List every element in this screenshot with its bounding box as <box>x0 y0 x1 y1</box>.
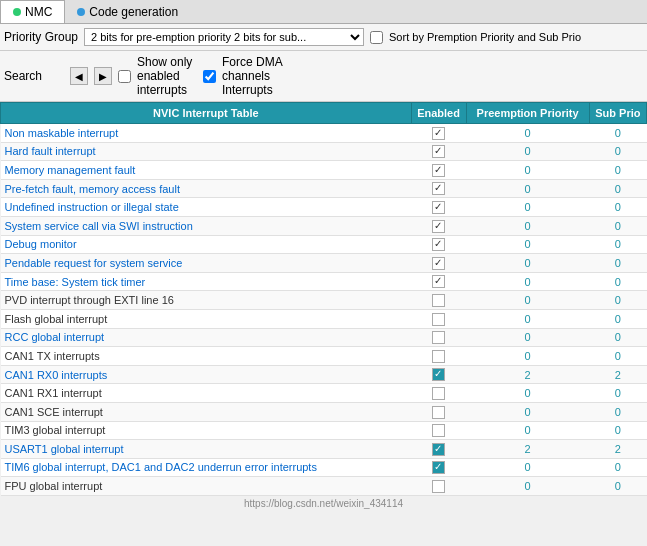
enabled-checkbox[interactable] <box>432 406 445 419</box>
enabled-checkbox[interactable] <box>432 350 445 363</box>
watermark: https://blog.csdn.net/weixin_434114 <box>0 496 647 511</box>
table-row: Non maskable interrupt00 <box>1 124 647 143</box>
table-row: Hard fault interrupt00 <box>1 142 647 161</box>
enabled-cell[interactable] <box>411 440 466 459</box>
enabled-checkbox[interactable] <box>432 145 445 158</box>
sub-priority: 0 <box>589 124 646 143</box>
force-dma-checkbox[interactable] <box>203 70 216 83</box>
table-row: FPU global interrupt00 <box>1 477 647 496</box>
enabled-cell[interactable] <box>411 235 466 254</box>
sub-priority: 0 <box>589 254 646 273</box>
table-row: Flash global interrupt00 <box>1 309 647 328</box>
preemption-priority: 0 <box>466 198 589 217</box>
preemption-priority: 0 <box>466 347 589 366</box>
enabled-cell[interactable] <box>411 309 466 328</box>
enabled-checkbox[interactable] <box>432 127 445 140</box>
enabled-checkbox[interactable] <box>432 480 445 493</box>
preemption-priority: 0 <box>466 458 589 477</box>
sort-label: Sort by Premption Priority and Sub Prio <box>389 31 581 43</box>
preemption-priority: 0 <box>466 142 589 161</box>
table-row: Time base: System tick timer00 <box>1 272 647 291</box>
tab-codegen[interactable]: Code generation <box>65 0 190 23</box>
priority-group-select[interactable]: 2 bits for pre-emption priority 2 bits f… <box>84 28 364 46</box>
enabled-cell[interactable] <box>411 365 466 384</box>
table-row: TIM6 global interrupt, DAC1 and DAC2 und… <box>1 458 647 477</box>
interrupt-name: TIM3 global interrupt <box>1 421 412 440</box>
table-row: TIM3 global interrupt00 <box>1 421 647 440</box>
sub-priority: 0 <box>589 179 646 198</box>
sub-priority: 0 <box>589 291 646 310</box>
preemption-priority: 0 <box>466 272 589 291</box>
enabled-checkbox[interactable] <box>432 238 445 251</box>
preemption-priority: 0 <box>466 421 589 440</box>
interrupt-name: RCC global interrupt <box>1 328 412 347</box>
enabled-cell[interactable] <box>411 328 466 347</box>
col-header-preemption: Preemption Priority <box>466 103 589 124</box>
enabled-cell[interactable] <box>411 272 466 291</box>
interrupt-name: CAN1 RX0 interrupts <box>1 365 412 384</box>
enabled-checkbox[interactable] <box>432 368 445 381</box>
priority-group-label: Priority Group <box>4 30 78 44</box>
search-prev-button[interactable]: ◀ <box>70 67 88 85</box>
enabled-checkbox[interactable] <box>432 220 445 233</box>
table-row: Pre-fetch fault, memory access fault00 <box>1 179 647 198</box>
table-row: USART1 global interrupt22 <box>1 440 647 459</box>
preemption-priority: 0 <box>466 309 589 328</box>
preemption-priority: 0 <box>466 384 589 403</box>
search-next-button[interactable]: ▶ <box>94 67 112 85</box>
table-row: Memory management fault00 <box>1 161 647 180</box>
enabled-checkbox[interactable] <box>432 313 445 326</box>
interrupt-name: Non maskable interrupt <box>1 124 412 143</box>
show-enabled-label: Show only enabled interrupts <box>137 55 197 97</box>
enabled-checkbox[interactable] <box>432 294 445 307</box>
enabled-checkbox[interactable] <box>432 331 445 344</box>
interrupt-name: FPU global interrupt <box>1 477 412 496</box>
enabled-cell[interactable] <box>411 347 466 366</box>
interrupt-name: USART1 global interrupt <box>1 440 412 459</box>
enabled-checkbox[interactable] <box>432 387 445 400</box>
enabled-checkbox[interactable] <box>432 257 445 270</box>
enabled-cell[interactable] <box>411 124 466 143</box>
interrupt-name: Time base: System tick timer <box>1 272 412 291</box>
enabled-cell[interactable] <box>411 161 466 180</box>
preemption-priority: 0 <box>466 235 589 254</box>
nvic-dot-icon <box>13 8 21 16</box>
enabled-cell[interactable] <box>411 179 466 198</box>
enabled-checkbox[interactable] <box>432 201 445 214</box>
interrupt-name: Pre-fetch fault, memory access fault <box>1 179 412 198</box>
tab-nvic[interactable]: NMC <box>0 0 65 23</box>
enabled-cell[interactable] <box>411 254 466 273</box>
enabled-cell[interactable] <box>411 458 466 477</box>
interrupt-name: TIM6 global interrupt, DAC1 and DAC2 und… <box>1 458 412 477</box>
table-row: RCC global interrupt00 <box>1 328 647 347</box>
preemption-priority: 0 <box>466 254 589 273</box>
enabled-checkbox[interactable] <box>432 164 445 177</box>
sub-priority: 0 <box>589 384 646 403</box>
sub-priority: 0 <box>589 142 646 161</box>
enabled-checkbox[interactable] <box>432 443 445 456</box>
table-row: System service call via SWI instruction0… <box>1 216 647 235</box>
show-enabled-checkbox[interactable] <box>118 70 131 83</box>
tab-codegen-label: Code generation <box>89 5 178 19</box>
enabled-cell[interactable] <box>411 142 466 161</box>
interrupt-name: CAN1 RX1 interrupt <box>1 384 412 403</box>
enabled-cell[interactable] <box>411 402 466 421</box>
table-row: CAN1 TX interrupts00 <box>1 347 647 366</box>
search-label: Search <box>4 69 64 83</box>
interrupt-table: NVIC Interrupt Table Enabled Preemption … <box>0 102 647 496</box>
enabled-cell[interactable] <box>411 291 466 310</box>
sort-checkbox[interactable] <box>370 31 383 44</box>
tab-nvic-label: NMC <box>25 5 52 19</box>
enabled-cell[interactable] <box>411 421 466 440</box>
enabled-checkbox[interactable] <box>432 182 445 195</box>
sub-priority: 2 <box>589 365 646 384</box>
enabled-cell[interactable] <box>411 198 466 217</box>
enabled-cell[interactable] <box>411 477 466 496</box>
enabled-checkbox[interactable] <box>432 275 445 288</box>
enabled-cell[interactable] <box>411 384 466 403</box>
preemption-priority: 0 <box>466 216 589 235</box>
sub-priority: 0 <box>589 235 646 254</box>
enabled-checkbox[interactable] <box>432 424 445 437</box>
enabled-cell[interactable] <box>411 216 466 235</box>
enabled-checkbox[interactable] <box>432 461 445 474</box>
